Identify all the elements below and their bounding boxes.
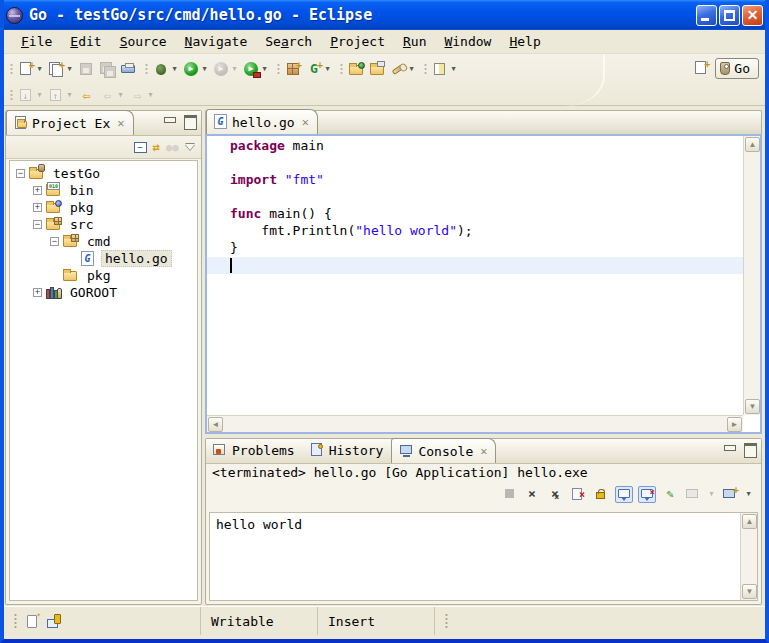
annotations-dropdown-icon[interactable]: ▼ [449,65,458,73]
tab-hello-go[interactable]: G hello.go ✕ [206,109,318,134]
console-tab-close-icon[interactable]: ✕ [480,444,487,458]
search-dropdown-icon[interactable]: ▼ [407,65,416,73]
link-with-editor-button[interactable]: ⇄ [153,140,160,154]
show-stderr-button[interactable] [638,486,656,503]
import-resource-button[interactable] [346,59,367,80]
close-button[interactable]: ✕ [742,5,763,26]
run-config-button[interactable]: ▶▼ [211,59,241,80]
drag-handle[interactable] [14,613,17,629]
menu-source[interactable]: Source [111,32,176,51]
menu-window[interactable]: Window [435,32,500,51]
run-button[interactable]: ▶▼ [181,59,211,80]
print-button[interactable] [118,59,139,80]
prev-annotation-button[interactable]: ↑▼ [46,85,76,106]
remove-all-terminated-button[interactable]: ×× [546,486,564,503]
new-project-dropdown-icon[interactable]: ▼ [65,65,74,73]
drag-handle[interactable] [445,613,448,629]
collapse-all-button[interactable]: − [134,142,147,153]
next-annotation-dropdown-icon[interactable]: ▼ [35,91,44,99]
collapse-expander-icon[interactable]: − [33,220,42,229]
next-annotation-button[interactable]: ↓▼ [16,85,46,106]
forward-button[interactable]: ⇨▼ [127,85,157,106]
tab-project-explorer[interactable]: Project Ex ✕ [6,110,134,135]
titlebar[interactable]: Go - testGo/src/cmd/hello.go - Eclipse ✕ [0,0,769,30]
collapse-expander-icon[interactable]: − [50,237,59,246]
explorer-minimize-button[interactable] [163,115,177,126]
scroll-down-button[interactable]: ▼ [745,399,760,414]
menu-project[interactable]: Project [321,32,394,51]
menu-edit[interactable]: Edit [61,32,110,51]
tree-item-src[interactable]: −src [10,216,197,233]
debug-button[interactable]: ▼ [151,59,181,80]
annotations-button[interactable]: ▼ [430,59,460,80]
external-tools-button[interactable]: ▶▼ [241,59,271,80]
run-config-dropdown-icon[interactable]: ▼ [230,65,239,73]
prev-annotation-dropdown-icon[interactable]: ▼ [65,91,74,99]
console-minimize-button[interactable] [723,443,737,454]
editor-tab-close-icon[interactable]: ✕ [302,115,309,129]
open-resource-button[interactable] [367,59,388,80]
show-stdout-button[interactable] [615,486,633,503]
new-go-project-button[interactable]: + [283,59,304,80]
console-scroll-up-button[interactable]: ▲ [742,514,757,529]
explorer-maximize-button[interactable] [183,115,197,126]
new-wizard-dropdown-icon[interactable]: ▼ [35,65,44,73]
maximize-button[interactable] [719,5,740,26]
search-button[interactable]: ▼ [388,59,418,80]
save-all-button[interactable] [97,59,118,80]
tree-item-goroot[interactable]: +GOROOT [10,284,197,301]
new-go-element-dropdown-icon[interactable]: ▼ [323,65,332,73]
menu-help[interactable]: Help [500,32,549,51]
last-edit-location-button[interactable]: ⇦ [76,85,97,106]
open-console-button[interactable]: + [721,486,739,503]
tab-console[interactable]: Console✕ [391,438,496,463]
menu-file[interactable]: File [12,32,61,51]
tree-item-pkg[interactable]: +pkg [10,199,197,216]
tree-item-hello-go[interactable]: Ghello.go [10,250,197,267]
perspective-go-button[interactable]: Go [715,58,759,79]
open-perspective-button[interactable]: + [693,60,710,77]
focus-working-set-button[interactable]: ●● [166,141,179,154]
expand-expander-icon[interactable]: + [33,288,42,297]
minimize-button[interactable] [696,5,717,26]
scroll-up-button[interactable]: ▲ [745,137,760,152]
pin-console-button[interactable]: ✎ [661,486,679,503]
open-console-dropdown-icon[interactable]: ▼ [744,490,753,498]
clear-console-button[interactable] [569,486,587,503]
console-output[interactable]: hello world [210,513,757,536]
explorer-tab-close-icon[interactable]: ✕ [117,116,124,130]
new-project-button[interactable]: +▼ [46,59,76,80]
debug-dropdown-icon[interactable]: ▼ [170,65,179,73]
tab-problems[interactable]: Problems [206,438,303,463]
run-dropdown-icon[interactable]: ▼ [200,65,209,73]
menu-run[interactable]: Run [394,32,435,51]
console-maximize-button[interactable] [743,443,757,454]
external-tools-dropdown-icon[interactable]: ▼ [260,65,269,73]
remove-launch-button[interactable]: × [523,486,541,503]
fast-view-icon[interactable] [27,615,37,628]
tab-history[interactable]: History [303,438,392,463]
back-dropdown-icon[interactable]: ▼ [116,91,125,99]
code-area[interactable]: package mainimport "fmt"func main() { fm… [207,138,743,415]
scroll-left-button[interactable]: ◄ [208,417,223,432]
view-menu-button[interactable] [185,144,195,150]
expand-expander-icon[interactable]: + [33,203,42,212]
tree-item-bin[interactable]: +010bin [10,182,197,199]
terminate-button[interactable] [500,486,518,503]
console-scroll-down-button[interactable]: ▼ [742,584,757,599]
editor-horizontal-scrollbar[interactable]: ◄ ► [207,415,743,432]
collapse-expander-icon[interactable]: − [16,169,25,178]
tree-item-testgo[interactable]: −testGo [10,165,197,182]
menu-search[interactable]: Search [256,32,321,51]
expand-expander-icon[interactable]: + [33,186,42,195]
save-button[interactable] [76,59,97,80]
tree-item-cmd[interactable]: −cmd [10,233,197,250]
scroll-lock-button[interactable] [592,486,610,503]
display-selected-console-dropdown-icon[interactable]: ▼ [707,490,716,498]
menu-navigate[interactable]: Navigate [176,32,257,51]
editor-vertical-scrollbar[interactable]: ▲ ▼ [743,136,760,415]
forward-dropdown-icon[interactable]: ▼ [146,91,155,99]
back-button[interactable]: ⇦▼ [97,85,127,106]
scroll-right-button[interactable]: ► [727,417,742,432]
synchronize-icon[interactable] [47,614,61,628]
